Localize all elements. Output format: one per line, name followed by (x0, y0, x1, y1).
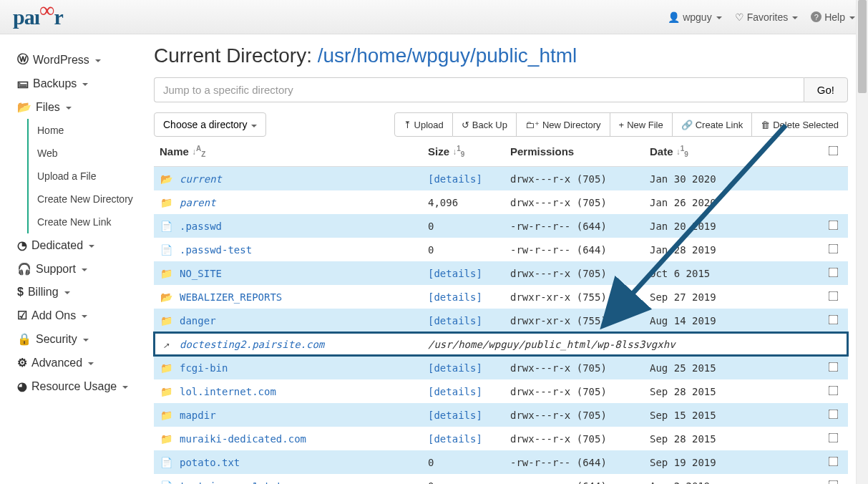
backup-button[interactable]: ↺Back Up (453, 112, 517, 137)
file-name[interactable]: mapdir (180, 410, 216, 421)
sidebar-item-support[interactable]: 🎧Support (7, 257, 140, 281)
row-checkbox[interactable] (829, 268, 839, 278)
folder-closed-icon: 📁 (160, 197, 172, 208)
file-name[interactable]: lol.internet.com (180, 386, 276, 397)
page-title: Current Directory: /usr/home/wpguy/publi… (154, 44, 848, 67)
sidebar-item-backups[interactable]: 🖴Backups (7, 72, 140, 95)
file-size: 0 (428, 221, 510, 232)
row-checkbox[interactable] (829, 315, 839, 325)
delete-label: Delete Selected (773, 120, 839, 130)
row-checkbox[interactable] (829, 362, 839, 372)
go-button[interactable]: Go! (804, 77, 848, 102)
file-size[interactable]: [details] (428, 386, 510, 397)
file-date: Aug 14 2019 (650, 315, 750, 326)
sidebar-item-advanced[interactable]: ⚙Advanced (7, 351, 140, 374)
file-name[interactable]: fcgi-bin (180, 362, 228, 374)
sidebar-item-security[interactable]: 🔒Security (7, 327, 140, 351)
newfile-label: New File (627, 120, 663, 130)
file-name[interactable]: danger (180, 315, 216, 326)
jump-directory-input[interactable] (154, 77, 804, 102)
file-size[interactable]: [details] (428, 268, 510, 279)
file-permissions: drwx---r-x (705) (510, 197, 650, 208)
file-table-body: 📂current [details] drwx---r-x (705) Jan … (154, 167, 848, 484)
sidebar-item-label: WordPress (33, 54, 89, 67)
row-checkbox[interactable] (829, 291, 839, 301)
table-row: 📁mapdir [details] drwx---r-x (705) Sep 1… (154, 403, 848, 427)
user-icon: 👤 (668, 11, 680, 23)
row-checkbox[interactable] (829, 457, 839, 467)
row-checkbox[interactable] (829, 244, 839, 254)
sidebar-item-add-ons[interactable]: ☑Add Ons (7, 304, 140, 327)
select-all-checkbox[interactable] (829, 146, 839, 156)
favorites-menu[interactable]: ♡ Favorites (735, 11, 799, 23)
file-size[interactable]: [details] (428, 410, 510, 421)
col-name-header[interactable]: Name ↓AZ (160, 145, 428, 159)
file-name[interactable]: parent (180, 197, 216, 208)
upload-button[interactable]: ⤒Upload (394, 112, 453, 137)
sidebar-item-wordpress[interactable]: ⓦWordPress (7, 47, 140, 72)
col-size-header[interactable]: Size ↓19 (428, 145, 510, 159)
sidebar-item-create-new-link[interactable]: Create New Link (29, 210, 140, 233)
plus-icon: + (619, 120, 625, 130)
sidebar-item-resource-usage[interactable]: ◕Resource Usage (7, 374, 140, 398)
new-directory-button[interactable]: 🗀⁺New Directory (517, 112, 610, 137)
file-size[interactable]: [details] (428, 315, 510, 326)
file-permissions: drwx---r-x (705) (510, 410, 650, 421)
sidebar-item-upload-a-file[interactable]: Upload a File (29, 165, 140, 188)
sidebar-item-dedicated[interactable]: ◔Dedicated (7, 233, 140, 257)
col-date-header[interactable]: Date ↓19 (650, 145, 750, 159)
sidebar-item-web[interactable]: Web (29, 142, 140, 165)
file-size[interactable]: [details] (428, 291, 510, 303)
user-menu[interactable]: 👤 wpguy (668, 11, 721, 23)
file-name[interactable]: .passwd (180, 221, 222, 232)
scrollbar[interactable] (856, 0, 868, 484)
row-checkbox[interactable] (829, 386, 839, 396)
row-checkbox[interactable] (829, 433, 839, 443)
scrollbar-thumb[interactable] (858, 0, 867, 93)
choose-directory-button[interactable]: Choose a directory (154, 112, 266, 137)
delete-selected-button[interactable]: 🗑Delete Selected (752, 112, 848, 137)
resource-usage-icon: ◕ (17, 379, 27, 393)
sidebar-item-home[interactable]: Home (29, 119, 140, 142)
file-name[interactable]: NO_SITE (180, 268, 222, 279)
file-name[interactable]: test ignore 1.txt (180, 480, 282, 484)
folder-closed-icon: 📁 (160, 386, 172, 397)
file-permissions: -rw-r--r-- (644) (510, 221, 650, 232)
sidebar-item-label: Support (36, 263, 76, 276)
file-date: Sep 28 2015 (650, 386, 750, 397)
file-permissions: -rw-r--r-- (644) (510, 480, 650, 484)
sidebar-item-billing[interactable]: $Billing (7, 281, 140, 304)
toolbar: ⤒Upload ↺Back Up 🗀⁺New Directory +New Fi… (394, 112, 848, 137)
file-name[interactable]: muraiki-dedicated.com (180, 433, 306, 445)
new-file-button[interactable]: +New File (610, 112, 673, 137)
user-menu-label: wpguy (683, 11, 711, 23)
sidebar-item-create-new-directory[interactable]: Create New Directory (29, 188, 140, 210)
file-name[interactable]: WEBALIZER_REPORTS (180, 291, 282, 303)
file-name[interactable]: current (180, 173, 222, 185)
row-checkbox[interactable] (829, 480, 839, 484)
sidebar-item-files[interactable]: 📂Files (7, 95, 140, 119)
logo: paı∞r (13, 5, 63, 29)
row-checkbox[interactable] (829, 410, 839, 420)
folder-closed-icon: 📁 (160, 268, 172, 279)
table-row: 📄.passwd 0 -rw-r--r-- (644) Jan 20 2019 (154, 214, 848, 238)
file-name[interactable]: potato.txt (180, 457, 240, 468)
table-row: 📂current [details] drwx---r-x (705) Jan … (154, 167, 848, 190)
file-size[interactable]: [details] (428, 362, 510, 374)
sidebar-item-label: Files (36, 101, 60, 114)
file-name[interactable]: .passwd-test (180, 244, 252, 256)
create-link-button[interactable]: 🔗Create Link (673, 112, 752, 137)
symlink-icon: ↗ (160, 339, 172, 350)
upload-label: Upload (414, 120, 444, 130)
file-size[interactable]: [details] (428, 433, 510, 445)
file-permissions: drwx---r-x (705) (510, 386, 650, 397)
file-date: Aug 25 2015 (650, 362, 750, 374)
row-checkbox[interactable] (829, 221, 839, 231)
file-size[interactable]: [details] (428, 173, 510, 185)
add-ons-icon: ☑ (17, 309, 27, 322)
file-date: Sep 15 2015 (650, 410, 750, 421)
help-menu[interactable]: ? Help (811, 11, 855, 23)
favorites-label: Favorites (747, 11, 789, 23)
file-name[interactable]: doctesting2.pairsite.com (180, 339, 324, 350)
sidebar-item-label: Resource Usage (31, 380, 117, 393)
